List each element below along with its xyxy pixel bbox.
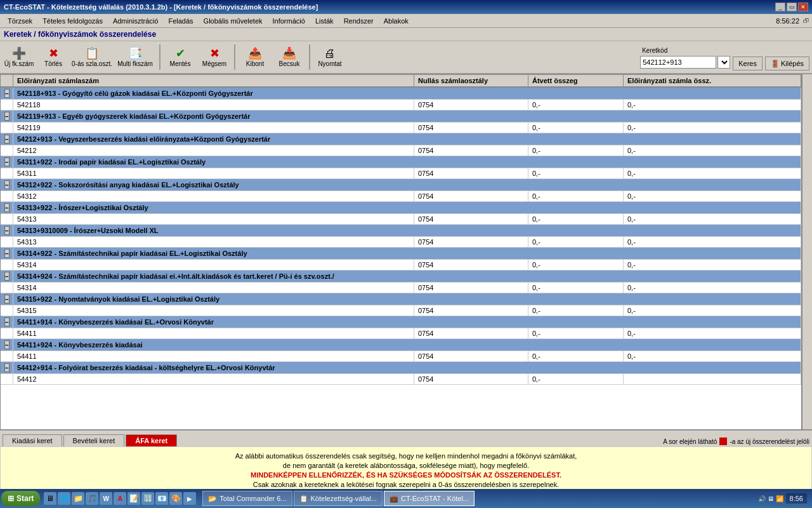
toggle-cell[interactable]: − — [1, 271, 13, 282]
collapse-button[interactable]: − — [4, 340, 10, 349]
minimize-button[interactable]: _ — [775, 3, 785, 11]
szamlaszam-cell[interactable]: 54311 — [13, 168, 414, 178]
szamlaszam-cell[interactable]: 54412 — [13, 374, 414, 384]
kibont-button[interactable]: 📤 Kibont — [239, 43, 272, 72]
szamlaszam-cell[interactable]: 54312 — [13, 191, 414, 201]
cmd-icon[interactable]: ▶ — [183, 492, 196, 505]
szamlaszam-cell[interactable]: 54314 — [13, 260, 414, 270]
show-desktop-icon[interactable]: 🖥 — [44, 492, 56, 505]
media-icon[interactable]: 🎵 — [86, 492, 98, 505]
calc-icon[interactable]: 🔢 — [141, 492, 154, 505]
szamlaszam-cell[interactable]: 54315 — [13, 305, 414, 316]
szamlaszam-cell[interactable]: 54411 — [13, 328, 414, 338]
collapse-button[interactable]: − — [4, 272, 10, 281]
toggle-cell[interactable]: − — [1, 156, 13, 168]
print-button[interactable]: 🖨 Nyomtat — [313, 43, 346, 72]
nullas-cell[interactable]: 0754 — [414, 351, 528, 361]
nullas-cell[interactable]: 0754 — [414, 214, 528, 224]
collapse-button[interactable]: − — [4, 249, 10, 258]
collapse-button[interactable]: − — [4, 89, 10, 98]
save-button[interactable]: ✔ Mentés — [164, 43, 197, 72]
toggle-cell[interactable]: − — [1, 293, 13, 305]
toggle-cell[interactable]: − — [1, 339, 13, 351]
tab-kiadasi[interactable]: Kiadási keret — [3, 434, 62, 446]
szamlaszam-cell[interactable]: 54411 — [13, 351, 414, 361]
collapse-button[interactable]: − — [4, 180, 10, 189]
tab-beveteli[interactable]: Bevételi keret — [63, 434, 125, 446]
outlook-icon[interactable]: 📧 — [155, 492, 168, 505]
collapse-button[interactable]: − — [4, 135, 10, 144]
col-header-atvett: Átvett összeg — [528, 75, 624, 86]
toggle-cell[interactable]: − — [1, 316, 13, 328]
szamlaszam-cell[interactable]: 54212 — [13, 145, 414, 156]
eloiranyzat-cell — [624, 374, 801, 384]
ie-icon[interactable]: 🌐 — [58, 492, 70, 505]
close-button[interactable]: ✕ — [798, 3, 808, 11]
nullas-cell[interactable]: 0754 — [414, 305, 528, 316]
toggle-cell[interactable]: − — [1, 88, 13, 99]
scrollbar[interactable] — [802, 74, 812, 429]
acrobat-icon[interactable]: A — [114, 492, 126, 505]
menu-teteles[interactable]: Tételes feldolgozás — [37, 16, 108, 26]
toggle-cell[interactable]: − — [1, 202, 13, 213]
cancel-button[interactable]: ✖ Mégsem — [198, 43, 231, 72]
menu-ablakok[interactable]: Ablakok — [379, 16, 414, 26]
nullas-cell[interactable]: 0754 — [414, 260, 528, 270]
nullas-cell[interactable]: 0754 — [414, 123, 528, 133]
menu-rendszer[interactable]: Rendszer — [339, 16, 379, 26]
collapse-button[interactable]: − — [4, 203, 10, 212]
notepad-icon[interactable]: 📝 — [128, 492, 140, 505]
nullas-cell[interactable]: 0754 — [414, 328, 528, 338]
nullas-cell[interactable]: 0754 — [414, 168, 528, 178]
menu-adminisztracio[interactable]: Adminisztráció — [108, 16, 164, 26]
toggle-cell[interactable]: − — [1, 179, 13, 190]
tab-afa[interactable]: ÁFA keret — [126, 434, 177, 446]
menu-torzsek[interactable]: Törzsek — [3, 16, 37, 26]
menu-globalis[interactable]: Globális műveletek — [199, 16, 268, 26]
nullas-cell[interactable]: 0754 — [414, 145, 528, 156]
search-dropdown[interactable] — [717, 56, 730, 69]
collapse-button[interactable]: − — [4, 112, 10, 121]
restore-button[interactable]: ▭ — [787, 3, 797, 11]
szamlaszam-cell[interactable]: 542118 — [13, 100, 414, 110]
collapse-button[interactable]: − — [4, 295, 10, 304]
nullas-cell[interactable]: 0754 — [414, 237, 528, 247]
menu-informacio[interactable]: Információ — [268, 16, 310, 26]
taskbar-app-ecostat[interactable]: 💼 CT-EcoSTAT - Kötel... — [384, 491, 475, 506]
multi-button[interactable]: 📑 Multi fkszám — [114, 43, 156, 72]
nullas-cell[interactable]: 0754 — [414, 283, 528, 293]
becsuk-button[interactable]: 📥 Becsuk — [273, 43, 306, 72]
collapse-button[interactable]: − — [4, 363, 10, 372]
word-icon[interactable]: W — [100, 492, 112, 505]
taskbar-app-total-commander[interactable]: 📂 Total Commander 6... — [202, 491, 292, 506]
toggle-cell[interactable]: − — [1, 225, 13, 236]
menu-feladas[interactable]: Feladás — [163, 16, 198, 26]
szamlaszam-cell[interactable]: 54313 — [13, 237, 414, 247]
window-maximize-icon[interactable]: 🗗 — [803, 17, 809, 24]
toggle-cell[interactable]: − — [1, 248, 13, 259]
search-input[interactable] — [640, 56, 716, 69]
collapse-button[interactable]: − — [4, 226, 10, 235]
collapse-button[interactable]: − — [4, 318, 10, 326]
delete-button[interactable]: ✖ Törlés — [37, 43, 70, 72]
exit-button[interactable]: 🚪 Kilépés — [765, 57, 809, 70]
nullas-cell[interactable]: 0754 — [414, 191, 528, 201]
collapse-button[interactable]: − — [4, 157, 10, 166]
paint-icon[interactable]: 🎨 — [169, 492, 182, 505]
nullas-button[interactable]: 📋 0-ás szla.oszt. — [71, 43, 113, 72]
toggle-cell[interactable]: − — [1, 133, 13, 145]
nullas-cell[interactable]: 0754 — [414, 100, 528, 110]
nullas-cell[interactable]: 0754 — [414, 374, 528, 384]
nullas-label: 0-ás szla.oszt. — [72, 60, 112, 67]
toggle-cell[interactable]: − — [1, 110, 13, 122]
explorer-icon[interactable]: 📁 — [72, 492, 84, 505]
menu-listak[interactable]: Listák — [310, 16, 339, 26]
szamlaszam-cell[interactable]: 542119 — [13, 123, 414, 133]
toggle-cell[interactable]: − — [1, 362, 13, 373]
new-fkszam-button[interactable]: ➕ Új fk.szám — [3, 43, 36, 72]
search-button[interactable]: Keres — [733, 57, 763, 70]
szamlaszam-cell[interactable]: 54314 — [13, 283, 414, 293]
start-button[interactable]: ⊞ Start — [1, 491, 40, 506]
szamlaszam-cell[interactable]: 54313 — [13, 214, 414, 224]
taskbar-app-kotelezettseg[interactable]: 📋 Kötelezettség-vállal... — [294, 491, 383, 506]
